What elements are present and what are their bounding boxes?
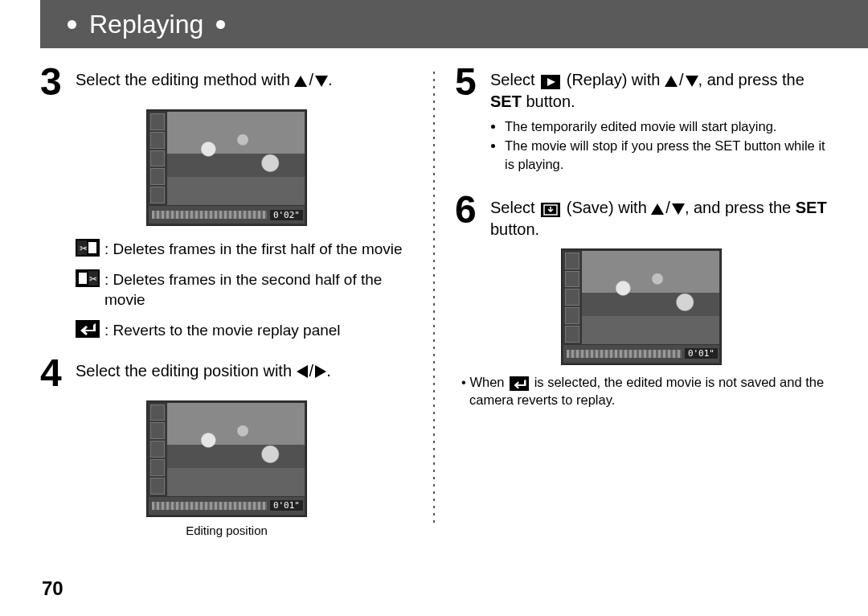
up-arrow-icon (651, 203, 664, 215)
bullet-item: The temporarily edited movie will start … (505, 117, 828, 135)
step-text-bold: SET (796, 199, 827, 216)
timecode: 0'01" (270, 500, 303, 511)
step-text: Select (490, 71, 539, 88)
right-column: 5 Select (Replay) with /, and press the … (436, 63, 828, 542)
step-text: (Save) with (567, 199, 652, 216)
step-number: 6 (455, 191, 482, 229)
step-text: Select the editing method with (76, 71, 294, 88)
legend-text: : Deletes frames in the second half of t… (104, 269, 413, 310)
up-arrow-icon (665, 76, 678, 87)
return-icon (76, 320, 100, 338)
note-text: When (469, 375, 508, 389)
timecode: 0'01" (685, 348, 718, 359)
step-text: , and press the (685, 199, 796, 216)
right-arrow-icon (315, 365, 326, 378)
svg-rect-8 (76, 320, 100, 338)
page-number: 70 (42, 577, 63, 600)
down-arrow-icon (315, 76, 328, 87)
bullet-icon (216, 20, 225, 29)
svg-text:✂: ✂ (89, 273, 97, 285)
step-3: 3 Select the editing method with /. (40, 63, 413, 101)
note: When is selected, the edited movie is no… (455, 373, 828, 409)
step-number: 3 (40, 63, 68, 101)
return-icon (510, 376, 529, 391)
down-arrow-icon (686, 76, 698, 87)
cut-second-icon: ✂ (76, 269, 100, 287)
step-text-bold: SET (490, 92, 522, 110)
step-text: button. (490, 220, 539, 238)
step-text: (Replay) with (567, 71, 665, 88)
down-arrow-icon (672, 203, 685, 215)
save-icon (541, 203, 560, 217)
page-header: Replaying (40, 0, 868, 48)
step-text: , and press the (698, 71, 805, 88)
step-text: Select (490, 199, 539, 216)
legend-cut-first: ✂ : Deletes frames in the first half of … (76, 239, 413, 260)
svg-rect-3 (88, 242, 96, 253)
timecode: 0'02" (270, 210, 303, 220)
legend-revert: : Reverts to the movie replay panel (76, 320, 413, 341)
svg-rect-5 (79, 273, 87, 284)
up-arrow-icon (294, 76, 307, 87)
bullet-icon (68, 20, 76, 29)
svg-text:✂: ✂ (80, 243, 88, 254)
legend-text: : Reverts to the movie replay panel (104, 320, 413, 341)
bullet-item: The movie will stop if you press the SET… (505, 137, 828, 173)
legend-cut-second: ✂ : Deletes frames in the second half of… (76, 269, 413, 310)
step-5: 5 Select (Replay) with /, and press the … (455, 63, 828, 184)
cut-first-icon: ✂ (76, 239, 100, 257)
step-6: 6 Select (Save) with /, and press the SE… (455, 191, 828, 240)
screenshot-caption: Editing position (40, 524, 413, 537)
step-4: 4 Select the editing position with /. (40, 354, 413, 392)
page-title: Replaying (89, 10, 203, 39)
step-text: button. (522, 92, 575, 110)
camera-screenshot: 0'02" (40, 109, 413, 229)
play-icon (541, 75, 560, 89)
step-text: Select the editing position with (76, 362, 297, 380)
camera-screenshot: 0'01" (455, 248, 828, 368)
step-number: 4 (40, 354, 68, 392)
legend-text: : Deletes frames in the first half of th… (104, 239, 413, 260)
step-number: 5 (455, 63, 482, 101)
left-arrow-icon (297, 365, 308, 378)
left-column: 3 Select the editing method with /. 0'02… (40, 63, 432, 542)
camera-screenshot: 0'01" Editing position (40, 400, 413, 537)
